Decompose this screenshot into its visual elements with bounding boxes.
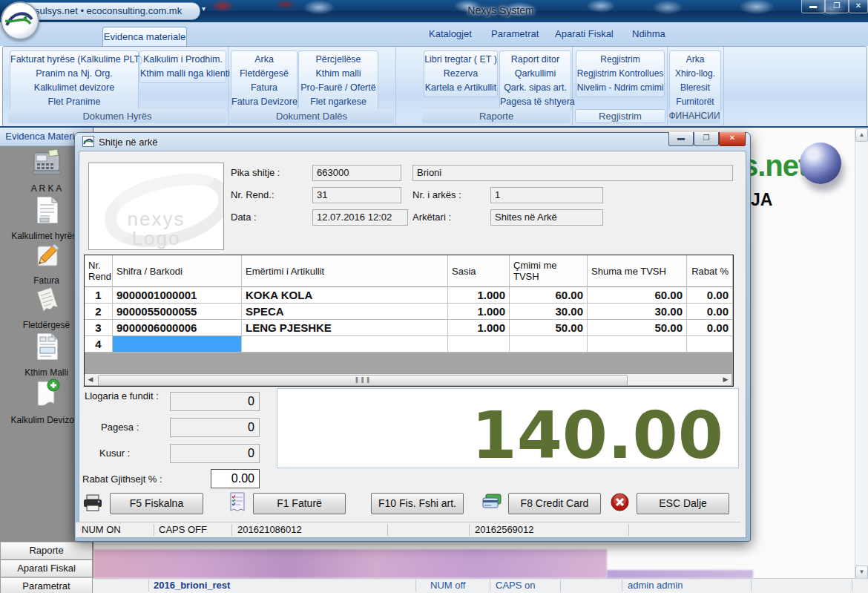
cell-price[interactable] — [510, 336, 588, 353]
scroll-right-icon[interactable]: ▶ — [720, 375, 731, 384]
dialog-maximize-button[interactable]: ❐ — [694, 132, 719, 146]
scroll-left-icon[interactable]: ◀ — [85, 375, 96, 384]
cell-qty[interactable]: 1.000 — [448, 304, 510, 320]
ribbon-button[interactable]: Kartela e Artikullit — [424, 81, 497, 95]
rabat-gjithsejt-field[interactable]: 0.00 — [211, 469, 260, 488]
ribbon-button[interactable]: Kthim malli nga klienti — [140, 67, 226, 81]
cell-sum[interactable]: 50.00 — [588, 320, 687, 336]
cell-barcode[interactable]: 9000055000055 — [113, 304, 242, 320]
ribbon-button[interactable]: Përcjellëse — [299, 53, 378, 67]
f10-fis-fshi-art-button[interactable]: F10 Fis. Fshi art. — [371, 493, 464, 514]
client-name-field[interactable]: Brioni — [412, 165, 733, 181]
ribbon-button[interactable]: Arka — [670, 53, 720, 67]
table-row[interactable]: 1 9000001000001 KOKA KOLA 1.000 60.00 60… — [85, 287, 734, 304]
column-header[interactable]: Nr. Rend — [85, 255, 113, 287]
menu-katalogjet[interactable]: Katalogjet — [429, 28, 472, 39]
cell-qty[interactable]: 1.000 — [448, 287, 510, 304]
cell-article[interactable]: LENG PJESHKE — [242, 320, 448, 336]
table-horizontal-scrollbar[interactable]: ◀ ❚❚❚ ▶ — [85, 373, 731, 385]
cell-sum[interactable] — [588, 336, 687, 353]
cell-qty[interactable]: 1.000 — [448, 320, 510, 336]
cell-barcode-selected[interactable] — [113, 336, 242, 353]
ribbon-button[interactable]: Fletdërgesë — [231, 67, 297, 81]
arketari-field[interactable]: Shites në Arkë — [490, 209, 603, 226]
table-row[interactable]: 3 9000006000006 LENG PJESHKE 1.000 50.00… — [85, 320, 734, 336]
ribbon-button[interactable]: Flet ngarkese — [299, 95, 378, 109]
scrollbar-thumb[interactable]: ❚❚❚ — [98, 375, 628, 386]
ribbon-button[interactable]: Fakturat hyrëse (Kalkulime PLT) — [10, 53, 138, 67]
cell-nr[interactable]: 4 — [85, 336, 113, 353]
ribbon-button[interactable]: Bleresit — [670, 81, 720, 95]
ribbon-button[interactable]: Raport ditor — [500, 53, 571, 67]
sidebar-footer-parametrat[interactable]: Parametrat — [0, 577, 93, 593]
ribbon-button[interactable]: Kthim malli — [299, 67, 378, 81]
cell-rabat[interactable]: 0.00 — [687, 287, 733, 304]
dialog-close-button[interactable]: ✕ — [719, 132, 746, 146]
nr-arkes-field[interactable]: 1 — [490, 187, 603, 203]
f5-fiskalna-button[interactable]: F5 Fiskalna — [110, 493, 203, 514]
cancel-x-icon[interactable] — [611, 493, 629, 514]
cell-sum[interactable]: 30.00 — [588, 304, 687, 320]
cell-sum[interactable]: 60.00 — [588, 287, 687, 304]
llogaria-field[interactable]: 0 — [170, 392, 260, 411]
cell-qty[interactable] — [448, 336, 510, 353]
scroll-down-icon[interactable]: ▼ — [855, 566, 868, 579]
pagesa-field[interactable]: 0 — [170, 418, 260, 437]
ribbon-button[interactable]: Regjistrim — [576, 53, 664, 67]
ribbon-button[interactable]: Fatura Devizore — [231, 95, 297, 109]
cell-rabat[interactable] — [687, 336, 733, 353]
pika-shitje-field[interactable]: 663000 — [312, 165, 401, 181]
nr-rend-field[interactable]: 31 — [312, 187, 401, 203]
quick-access-dropdown-icon[interactable]: ▾ — [202, 4, 206, 13]
cell-nr[interactable]: 1 — [85, 287, 113, 304]
cell-nr[interactable]: 2 — [85, 304, 113, 320]
sidebar-footer-aparati-fiskal[interactable]: Aparati Fiskal — [0, 560, 93, 577]
sidebar-footer-raporte[interactable]: Raporte — [0, 542, 93, 560]
f1-fature-button[interactable]: F1 Faturë — [253, 493, 346, 514]
column-header[interactable]: Rabat % — [687, 255, 733, 287]
menu-parametrat[interactable]: Parametrat — [491, 28, 539, 39]
ribbon-button[interactable]: Nivelim - Ndrim cmimi — [576, 81, 664, 95]
close-button[interactable]: ✕ — [849, 0, 868, 13]
ribbon-button[interactable]: Qark. sipas art. — [500, 81, 571, 95]
workspace-scrollbar[interactable] — [855, 128, 868, 578]
cell-rabat[interactable]: 0.00 — [687, 304, 733, 320]
dialog-minimize-button[interactable]: ▬ — [668, 132, 694, 146]
ribbon-button[interactable]: Fatura — [231, 81, 297, 95]
column-header[interactable]: Çmimi me TVSH — [510, 255, 588, 287]
ribbon-button[interactable]: Xhiro-llog. — [670, 67, 720, 81]
cell-nr[interactable]: 3 — [85, 320, 113, 336]
cell-barcode[interactable]: 9000006000006 — [113, 320, 242, 336]
cell-article[interactable]: KOKA KOLA — [242, 287, 448, 304]
ribbon-button[interactable]: Pranim na Nj. Org. — [10, 67, 138, 81]
cell-price[interactable]: 60.00 — [510, 287, 588, 304]
ribbon-button[interactable]: Kalkulim i Prodhim. — [140, 53, 226, 67]
f8-credit-card-button[interactable]: F8 Credit Card — [508, 493, 601, 514]
ribbon-button[interactable]: Pro-Faurë / Ofertë — [299, 81, 378, 95]
maximize-button[interactable]: ❐ — [825, 0, 849, 13]
quick-access-toolbar[interactable]: sulsys.net • ecoconsulting.com.mk — [19, 2, 200, 20]
table-row[interactable]: 2 9000055000055 SPECA 1.000 30.00 30.00 … — [85, 304, 734, 320]
minimize-button[interactable]: ▬ — [801, 0, 825, 13]
data-field[interactable]: 12.07.2016 12:02 — [312, 209, 408, 226]
scroll-up-icon[interactable]: ▲ — [855, 128, 868, 142]
ribbon-button[interactable]: Furnitorët — [670, 95, 720, 109]
column-header[interactable]: Sasia — [448, 255, 510, 287]
app-orb-button[interactable] — [1, 1, 39, 40]
ribbon-button[interactable]: Flet Pranime — [10, 95, 138, 109]
column-header[interactable]: Emërtimi i Artikullit — [242, 255, 448, 287]
ribbon-button[interactable]: Arka — [231, 53, 297, 67]
cell-price[interactable]: 50.00 — [510, 320, 588, 336]
menu-ndihma[interactable]: Ndihma — [632, 28, 665, 39]
ribbon-button[interactable]: Pagesa të shtyera — [500, 95, 571, 109]
tab-evidenca-materiale[interactable]: Evidenca materiale — [102, 27, 187, 47]
kusur-field[interactable]: 0 — [170, 444, 260, 463]
cell-barcode[interactable]: 9000001000001 — [113, 287, 242, 304]
ribbon-button[interactable]: Regjistrim Kontrollues — [576, 67, 664, 81]
cell-article[interactable]: SPECA — [242, 304, 448, 320]
column-header[interactable]: Shuma me TVSH — [588, 255, 687, 287]
esc-dalje-button[interactable]: ESC Dalje — [637, 493, 729, 514]
menu-aparati-fiskal[interactable]: Aparati Fiskal — [555, 28, 614, 39]
cell-article[interactable] — [242, 336, 448, 353]
cell-price[interactable]: 30.00 — [510, 304, 588, 320]
